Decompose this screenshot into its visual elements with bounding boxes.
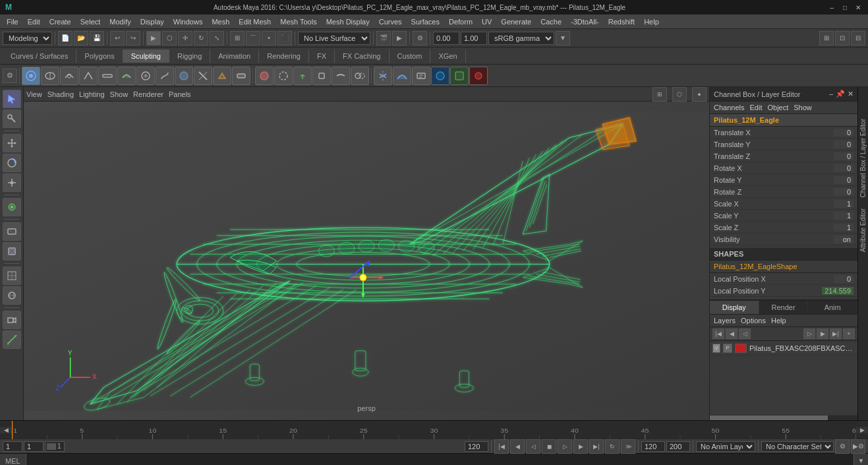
menu-windows[interactable]: Windows	[169, 16, 207, 27]
more-settings-button[interactable]: ⊟	[851, 31, 865, 46]
maximize-button[interactable]: □	[840, 3, 850, 12]
open-scene-button[interactable]: 📂	[74, 31, 88, 46]
channel-menu-edit[interactable]: Edit	[749, 104, 762, 111]
sculpt-erase-button[interactable]	[274, 67, 293, 85]
snap-grid-button[interactable]: ⊞	[230, 31, 245, 46]
sculpt-fill-button[interactable]	[175, 67, 193, 85]
layer-scroll-thumb[interactable]	[710, 416, 828, 420]
timeline-ruler[interactable]: 1 5 10 15 20 25 30	[12, 421, 856, 439]
close-button[interactable]: ✕	[854, 3, 863, 12]
mel-history-button[interactable]: ▼	[854, 454, 868, 465]
layer-nav-add-button[interactable]: +	[843, 328, 855, 339]
field-value-2[interactable]	[461, 32, 487, 45]
grid-button[interactable]	[3, 266, 21, 285]
sculpt-color-button[interactable]	[255, 67, 274, 85]
shape-channel-local-pos-x[interactable]: Local Position X 0	[710, 273, 857, 285]
menu-select[interactable]: Select	[76, 16, 105, 27]
timeline-left-arrow[interactable]: ◀	[0, 427, 12, 433]
viewport[interactable]: View Shading Lighting Show Renderer Pane…	[24, 87, 709, 420]
camera-button[interactable]	[3, 311, 21, 329]
color-space-select[interactable]: sRGB gamma	[488, 32, 554, 45]
channel-box-minimize-button[interactable]: –	[829, 90, 833, 98]
sculpt-display-button[interactable]	[412, 67, 430, 85]
layer-menu-help[interactable]: Help	[771, 317, 786, 325]
snap-point-button[interactable]: •	[262, 31, 276, 46]
stop-button[interactable]: ◼	[542, 439, 556, 454]
show-hide-button[interactable]	[3, 222, 21, 241]
channel-box-pin-button[interactable]: 📌	[836, 90, 845, 98]
vp-wire-button[interactable]: ⬡	[672, 87, 687, 102]
skip-end-button[interactable]: ▶|	[589, 439, 604, 454]
layer-nav-forward-button[interactable]: ▷	[803, 328, 815, 339]
menu-edit[interactable]: Edit	[24, 16, 44, 27]
channel-row-rotate-y[interactable]: Rotate Y 0	[710, 174, 857, 186]
channel-menu-channels[interactable]: Channels	[714, 104, 744, 111]
menu-deform[interactable]: Deform	[445, 16, 477, 27]
end-range-field[interactable]	[465, 441, 488, 452]
soft-select-button[interactable]	[3, 198, 21, 216]
char-set-settings-button[interactable]: ⚙	[835, 439, 850, 454]
menu-edit-mesh[interactable]: Edit Mesh	[235, 16, 275, 27]
menu-cache[interactable]: Cache	[536, 16, 565, 27]
tab-xgen[interactable]: XGen	[430, 49, 465, 63]
sculpt-foliage-button[interactable]	[293, 67, 312, 85]
paint-select-button[interactable]	[3, 109, 21, 128]
tab-rendering[interactable]: Rendering	[259, 49, 309, 63]
sculpt-relax-button[interactable]	[22, 67, 40, 85]
timeline-right-arrow[interactable]: ▶	[856, 427, 868, 433]
display-settings-button[interactable]: ⊞	[819, 31, 834, 46]
layer-menu-options[interactable]: Options	[741, 317, 766, 325]
playback-prefs-button[interactable]: ▶⚙	[851, 439, 865, 454]
tab-animation[interactable]: Animation	[210, 49, 259, 63]
sculpt-push-button[interactable]	[41, 67, 59, 85]
redo-button[interactable]: ↪	[126, 31, 140, 46]
layer-item-pilatus[interactable]: V P Pilatus_FBXASC208FBXASC160P	[710, 341, 857, 356]
snap-curve-button[interactable]: ⌒	[246, 31, 260, 46]
menu-mesh[interactable]: Mesh	[208, 16, 233, 27]
channel-row-rotate-x[interactable]: Rotate X 0	[710, 162, 857, 174]
character-set-select[interactable]: No Character Set	[761, 441, 834, 452]
menu-surfaces[interactable]: Surfaces	[407, 16, 444, 27]
vp-menu-view[interactable]: View	[26, 90, 42, 98]
sculpt-bulge-button[interactable]	[117, 67, 136, 85]
layer-menu-layers[interactable]: Layers	[714, 317, 736, 325]
move-tool-button[interactable]: ✛	[178, 31, 192, 46]
channel-row-translate-x[interactable]: Translate X 0	[710, 127, 857, 139]
layer-nav-next-button[interactable]: ▶	[817, 328, 828, 339]
out-frame-field[interactable]	[666, 441, 690, 452]
vp-smooth-button[interactable]: ●	[692, 87, 707, 102]
sculpt-grab-button[interactable]	[136, 67, 155, 85]
minimize-button[interactable]: –	[827, 3, 836, 12]
render-button[interactable]: 🎬	[376, 31, 391, 46]
vp-menu-lighting[interactable]: Lighting	[79, 90, 105, 98]
tab-display[interactable]: Display	[710, 301, 759, 314]
menu-mesh-display[interactable]: Mesh Display	[322, 16, 374, 27]
tab-anim[interactable]: Anim	[808, 301, 857, 314]
tab-polygons[interactable]: Polygons	[76, 49, 123, 63]
end-frame-field[interactable]	[641, 441, 665, 452]
channel-row-rotate-z[interactable]: Rotate Z 0	[710, 186, 857, 198]
channel-row-visibility[interactable]: Visibility on	[710, 233, 857, 245]
channel-box-close-button[interactable]: ✕	[848, 90, 854, 98]
channel-row-scale-y[interactable]: Scale Y 1	[710, 210, 857, 222]
channel-menu-show[interactable]: Show	[794, 104, 812, 111]
layer-nav-first-button[interactable]: |◀	[712, 328, 724, 339]
vp-menu-show[interactable]: Show	[110, 90, 129, 98]
tab-custom[interactable]: Custom	[390, 49, 431, 63]
new-scene-button[interactable]: 📄	[58, 31, 72, 46]
move-tool-button[interactable]	[3, 134, 21, 152]
snap-surface-button[interactable]: ⬛	[277, 31, 292, 46]
layer-nav-last-button[interactable]: ▶|	[830, 328, 842, 339]
menu-file[interactable]: File	[3, 16, 22, 27]
menu-generate[interactable]: Generate	[497, 16, 535, 27]
sculpt-settings-button[interactable]: ⚙	[3, 69, 17, 83]
menu-help[interactable]: Help	[640, 16, 663, 27]
select-mode-button[interactable]	[3, 90, 21, 108]
menu-create[interactable]: Create	[45, 16, 75, 27]
sculpt-pinch-button[interactable]	[79, 67, 98, 85]
channel-row-translate-y[interactable]: Translate Y 0	[710, 139, 857, 150]
scale-tool-button[interactable]: ⤡	[210, 31, 224, 46]
sculpt-knife-button[interactable]	[194, 67, 212, 85]
layer-nav-rewind-button[interactable]: ◁	[739, 328, 751, 339]
sculpt-map2-button[interactable]	[450, 67, 469, 85]
